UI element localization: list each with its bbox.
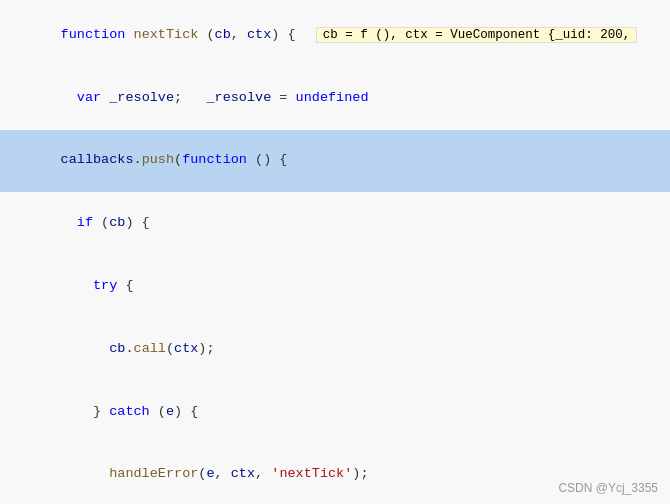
line-content-1: function nextTick (cb, ctx) { cb = f (),… [8, 4, 637, 67]
code-container: function nextTick (cb, ctx) { cb = f (),… [0, 0, 670, 504]
line-content-6: cb.call(ctx); [8, 318, 215, 381]
line-content-7: } catch (e) { [8, 381, 198, 444]
line-content-5: try { [8, 255, 134, 318]
debug-tag: cb = f (), ctx = VueComponent {_uid: 200… [316, 27, 638, 43]
line-content-4: if (cb) { [8, 192, 150, 255]
code-line-5: try { [0, 255, 670, 318]
code-line-4: if (cb) { [0, 192, 670, 255]
keyword-function: function [61, 27, 126, 42]
watermark: CSDN @Ycj_3355 [558, 479, 658, 498]
code-line-6: cb.call(ctx); [0, 318, 670, 381]
line-content-8: handleError(e, ctx, 'nextTick'); [8, 443, 369, 504]
code-line-2: var _resolve; _resolve = undefined [0, 67, 670, 130]
code-line-3: callbacks.push(function () { [0, 130, 670, 193]
line-content-2: var _resolve; _resolve = undefined [8, 67, 369, 130]
line-content-3: callbacks.push(function () { [8, 130, 287, 193]
code-line-7: } catch (e) { [0, 381, 670, 444]
code-line-1: function nextTick (cb, ctx) { cb = f (),… [0, 4, 670, 67]
